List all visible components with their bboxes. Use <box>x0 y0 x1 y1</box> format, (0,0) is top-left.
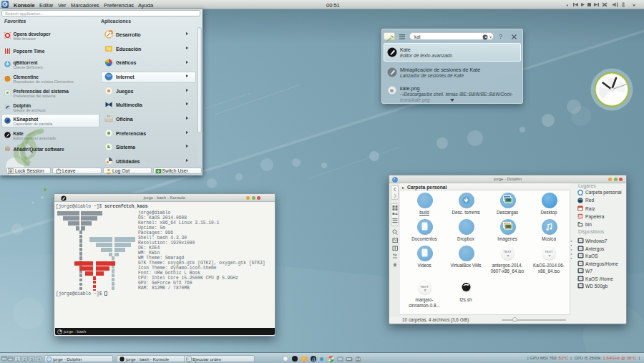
svg-text:?: ? <box>499 33 502 40</box>
